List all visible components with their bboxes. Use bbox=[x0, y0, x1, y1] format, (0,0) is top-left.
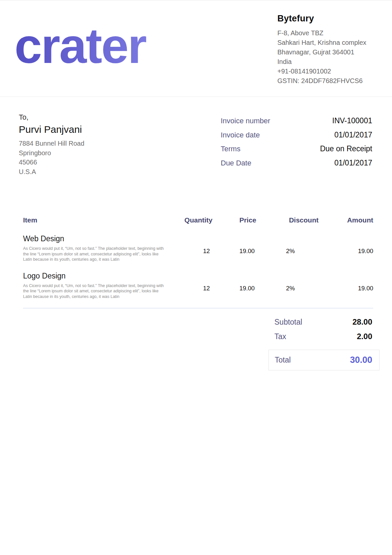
table-divider bbox=[23, 308, 373, 308]
total-label: Total bbox=[275, 356, 291, 365]
company-address-line: Sahkari Hart, Krishna complex bbox=[277, 38, 383, 47]
items-table-body: Web Design As Cicero would put it, “Um, … bbox=[23, 234, 373, 299]
tax-row: Tax 2.00 bbox=[268, 332, 379, 341]
invoice-page: crater Bytefury F-8, Above TBZ Sahkari H… bbox=[0, 0, 392, 555]
table-row: Web Design As Cicero would put it, “Um, … bbox=[23, 234, 373, 262]
company-name: Bytefury bbox=[277, 13, 383, 24]
bill-to-label: To, bbox=[19, 112, 177, 122]
company-gstin: GSTIN: 24DDF7682FHVCS6 bbox=[277, 76, 383, 86]
invoice-date-label: Invoice date bbox=[221, 131, 260, 139]
tax-label: Tax bbox=[274, 332, 286, 341]
company-address-line: Bhavnagar, Gujrat 364001 bbox=[277, 47, 383, 57]
invoice-number-label: Invoice number bbox=[221, 117, 270, 125]
tax-value: 2.00 bbox=[357, 332, 372, 341]
company-address-line: India bbox=[277, 57, 383, 67]
column-header-discount: Discount bbox=[256, 216, 319, 224]
table-row: Logo Design As Cicero would put it, “Um,… bbox=[23, 271, 373, 300]
crater-logo: crater bbox=[14, 21, 179, 78]
item-price: 19.00 bbox=[212, 271, 256, 300]
bill-to-name: Purvi Panjvani bbox=[19, 123, 177, 136]
item-name: Web Design bbox=[23, 234, 165, 244]
subtotal-row: Subtotal 28.00 bbox=[268, 317, 379, 327]
company-address-line: F-8, Above TBZ bbox=[277, 28, 383, 38]
invoice-number-value: INV-100001 bbox=[332, 116, 372, 125]
item-description: As Cicero would put it, “Um, not so fast… bbox=[23, 283, 165, 300]
column-header-quantity: Quantity bbox=[165, 216, 212, 224]
column-header-amount: Amount bbox=[319, 216, 373, 224]
logo-text: crater bbox=[14, 21, 147, 73]
due-date-label: Due Date bbox=[221, 159, 251, 167]
items-table-header: Item Quantity Price Discount Amount bbox=[23, 216, 373, 224]
bill-to-address-line: 45066 bbox=[19, 158, 177, 167]
crater-logo-icon: crater bbox=[14, 21, 179, 78]
column-header-price: Price bbox=[212, 216, 256, 224]
due-date-row: Due Date 01/01/2017 bbox=[221, 159, 372, 167]
invoice-date-row: Invoice date 01/01/2017 bbox=[221, 131, 372, 139]
item-quantity: 12 bbox=[165, 234, 212, 262]
item-discount: 2% bbox=[256, 271, 319, 300]
invoice-header: crater Bytefury F-8, Above TBZ Sahkari H… bbox=[0, 0, 392, 97]
item-cell: Logo Design As Cicero would put it, “Um,… bbox=[23, 271, 165, 300]
total-box: Total 30.00 bbox=[268, 350, 379, 370]
items-table: Item Quantity Price Discount Amount Web … bbox=[23, 216, 373, 308]
company-phone: +91-08141901002 bbox=[277, 67, 383, 76]
terms-label: Terms bbox=[221, 145, 240, 153]
terms-value: Due on Receipt bbox=[320, 144, 372, 153]
item-discount: 2% bbox=[256, 234, 319, 262]
item-name: Logo Design bbox=[23, 271, 165, 281]
subtotal-label: Subtotal bbox=[274, 317, 302, 327]
subtotal-value: 28.00 bbox=[352, 317, 372, 327]
company-block: Bytefury F-8, Above TBZ Sahkari Hart, Kr… bbox=[277, 13, 383, 86]
bill-to-address: 7884 Bunnel Hill Road Springboro 45066 U… bbox=[19, 139, 177, 176]
bill-to-address-line: Springboro bbox=[19, 148, 177, 158]
total-value: 30.00 bbox=[350, 355, 372, 365]
invoice-date-value: 01/01/2017 bbox=[334, 131, 372, 139]
bill-to-address-line: U.S.A bbox=[19, 167, 177, 177]
invoice-number-row: Invoice number INV-100001 bbox=[221, 116, 372, 125]
item-description: As Cicero would put it, “Um, not so fast… bbox=[23, 246, 165, 262]
column-header-item: Item bbox=[23, 216, 165, 224]
due-date-value: 01/01/2017 bbox=[334, 159, 372, 167]
item-quantity: 12 bbox=[165, 271, 212, 300]
bill-to-address-line: 7884 Bunnel Hill Road bbox=[19, 139, 177, 148]
item-amount: 19.00 bbox=[319, 271, 373, 300]
invoice-meta: Invoice number INV-100001 Invoice date 0… bbox=[221, 116, 372, 172]
terms-row: Terms Due on Receipt bbox=[221, 144, 372, 153]
item-price: 19.00 bbox=[212, 234, 256, 262]
totals-block: Subtotal 28.00 Tax 2.00 Total 30.00 bbox=[268, 317, 379, 370]
item-cell: Web Design As Cicero would put it, “Um, … bbox=[23, 234, 165, 262]
company-address: F-8, Above TBZ Sahkari Hart, Krishna com… bbox=[277, 28, 383, 86]
bill-to-block: To, Purvi Panjvani 7884 Bunnel Hill Road… bbox=[19, 112, 177, 176]
item-amount: 19.00 bbox=[319, 234, 373, 262]
